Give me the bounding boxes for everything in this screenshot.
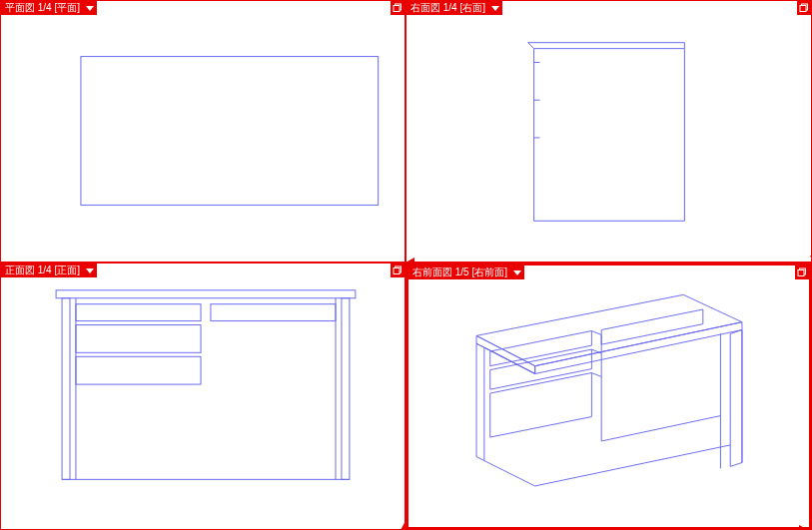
svg-marker-34 (490, 373, 592, 438)
svg-rect-11 (62, 298, 70, 480)
svg-marker-38 (601, 309, 703, 344)
viewport-front[interactable]: 正面図 1/4 [正面] (0, 263, 406, 530)
viewport-canvas (1, 1, 405, 262)
svg-rect-17 (76, 325, 201, 353)
svg-line-40 (601, 416, 720, 441)
viewport-right[interactable]: 右面図 1/4 [右面] (406, 0, 812, 263)
svg-marker-23 (476, 335, 535, 373)
viewport-iso[interactable]: 右前面図 1/5 [右前面] (406, 263, 812, 530)
svg-line-35 (591, 331, 601, 335)
svg-marker-24 (535, 322, 742, 374)
svg-rect-19 (211, 304, 336, 321)
svg-rect-10 (56, 290, 356, 298)
svg-marker-25 (476, 343, 484, 460)
svg-rect-16 (76, 304, 201, 321)
svg-line-37 (591, 373, 601, 377)
svg-rect-2 (81, 57, 379, 206)
svg-line-31 (535, 445, 731, 486)
svg-marker-28 (730, 330, 742, 467)
axis-arrow-left-icon (406, 258, 414, 267)
svg-marker-32 (490, 331, 592, 366)
axis-arrow-right-icon (799, 525, 808, 530)
svg-rect-13 (342, 298, 350, 480)
axis-arrow-up-icon (401, 521, 410, 530)
viewport-plan[interactable]: 平面図 1/4 [平面] (0, 0, 406, 263)
svg-line-27 (484, 461, 535, 486)
viewport-canvas (408, 265, 809, 527)
viewport-canvas (1, 264, 405, 529)
viewport-grid: 平面図 1/4 [平面] 右面図 1/4 [右面] (0, 0, 812, 530)
viewport-canvas (406, 1, 811, 262)
svg-rect-18 (76, 356, 201, 384)
